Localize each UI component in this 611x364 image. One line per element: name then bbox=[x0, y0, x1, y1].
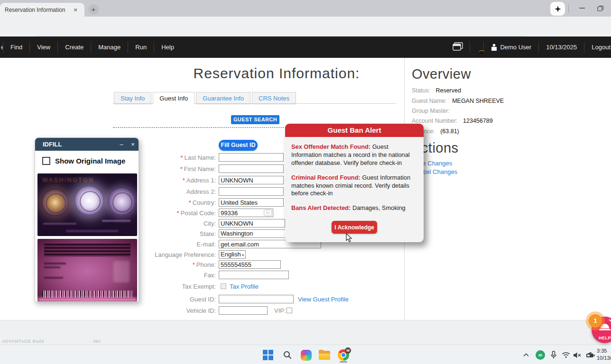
menu-item-manage[interactable]: Manage bbox=[91, 44, 128, 51]
guest-ban-alert-modal: Guest Ban Alert Sex Offender Match Found… bbox=[285, 124, 424, 242]
guest-id-input[interactable] bbox=[219, 295, 294, 303]
windows-stack-button[interactable] bbox=[453, 42, 463, 52]
tray-clock[interactable]: 3:35 10/13/2025 bbox=[597, 347, 611, 362]
last-name-label: Last Name: bbox=[185, 154, 216, 161]
required-marker: * bbox=[180, 154, 183, 161]
tab-stay-info[interactable]: Stay Info bbox=[114, 92, 151, 104]
address1-input[interactable] bbox=[219, 176, 284, 184]
last-name-input[interactable] bbox=[219, 153, 284, 162]
country-input[interactable] bbox=[219, 198, 284, 207]
wifi-icon bbox=[562, 352, 570, 358]
vip-label: VIP: bbox=[274, 307, 286, 314]
tab-close-icon[interactable]: × bbox=[71, 6, 80, 14]
fill-guest-id-button[interactable]: Fill Guest ID bbox=[219, 140, 258, 151]
required-marker: * bbox=[193, 261, 195, 268]
required-marker: * bbox=[189, 199, 191, 206]
uv-seal-center bbox=[74, 186, 104, 215]
start-button[interactable] bbox=[262, 349, 274, 361]
user-icon bbox=[491, 44, 497, 51]
logout-button[interactable]: Logout bbox=[584, 44, 611, 51]
address1-label: Address 1: bbox=[186, 177, 216, 184]
guest-name-label: Guest Name: bbox=[412, 98, 447, 104]
menu-item-run[interactable]: Run bbox=[128, 44, 154, 51]
mouse-cursor bbox=[346, 233, 352, 245]
phone-input[interactable] bbox=[219, 260, 281, 269]
tray-wifi-button[interactable] bbox=[560, 349, 572, 361]
chrome-taskbar-button[interactable]: M bbox=[337, 349, 350, 361]
address2-label: Address 2: bbox=[186, 188, 216, 195]
balance-value: (63.81) bbox=[440, 128, 459, 135]
menu-item-create[interactable]: Create bbox=[58, 44, 91, 51]
fax-input[interactable] bbox=[219, 271, 289, 279]
file-explorer-button[interactable] bbox=[318, 349, 331, 361]
view-guest-profile-link[interactable]: View Guest Profile bbox=[298, 296, 349, 303]
acknowledge-button[interactable]: I Acknowledge bbox=[332, 221, 377, 234]
chevron-down-icon: ▾ bbox=[242, 252, 244, 259]
divider bbox=[470, 42, 470, 53]
address2-input[interactable] bbox=[219, 187, 284, 196]
postal-code-label: Postal Code: bbox=[181, 209, 216, 217]
idfill-window: IDFILL – × Show Original Image WASHINGTO… bbox=[35, 137, 139, 302]
browser-sparkle-button[interactable] bbox=[550, 2, 565, 16]
id-scan-front-image: WASHINGTON bbox=[37, 173, 137, 236]
microphone-icon bbox=[550, 351, 557, 359]
window-minimize-button[interactable] bbox=[575, 0, 589, 16]
postal-refresh-icon[interactable]: ↻ bbox=[264, 209, 272, 216]
tray-chevron-button[interactable] bbox=[520, 349, 532, 361]
required-marker: * bbox=[183, 177, 185, 184]
tax-exempt-checkbox[interactable] bbox=[221, 283, 226, 289]
active-app-indicator bbox=[340, 361, 347, 363]
idfill-titlebar[interactable]: IDFILL – × bbox=[35, 138, 139, 151]
vehicle-id-input[interactable] bbox=[219, 306, 268, 315]
city-input[interactable] bbox=[219, 219, 285, 228]
tab-crs-notes[interactable]: CRS Notes bbox=[252, 92, 296, 104]
required-marker: * bbox=[177, 209, 179, 217]
window-restore-button[interactable] bbox=[593, 0, 607, 16]
idfill-minimize-button[interactable]: – bbox=[116, 141, 127, 148]
new-tab-button[interactable]: + bbox=[88, 4, 99, 15]
tray-volume-button[interactable] bbox=[571, 349, 583, 361]
menu-item-find[interactable]: Find bbox=[3, 44, 29, 51]
taskbar-search-button[interactable] bbox=[281, 349, 294, 361]
pen-battery-icon bbox=[586, 352, 595, 358]
tab-guest-info[interactable]: Guest Info bbox=[153, 92, 194, 104]
guest-search-button[interactable]: GUEST SEARCH bbox=[231, 115, 279, 124]
browser-tab[interactable]: Reservation Information × bbox=[0, 3, 84, 17]
tax-profile-link[interactable]: Tax Profile bbox=[230, 283, 259, 290]
folder-icon bbox=[319, 351, 330, 360]
page-footer-strip bbox=[0, 320, 611, 345]
idfill-close-button[interactable]: × bbox=[127, 141, 139, 148]
help-notification-badge[interactable]: 1 bbox=[589, 314, 602, 328]
tray-pen-battery-button[interactable] bbox=[584, 349, 597, 361]
status-label: Status: bbox=[412, 87, 430, 94]
chrome-icon: M bbox=[338, 349, 349, 361]
city-label: City: bbox=[204, 220, 216, 227]
business-date: 10/13/2025 bbox=[539, 44, 584, 51]
tray-microphone-button[interactable] bbox=[547, 349, 560, 361]
tax-exempt-label: Tax Exempt: bbox=[182, 283, 216, 290]
sex-offender-alert: Sex Offender Match Found: Guest Informat… bbox=[291, 143, 417, 167]
tray-date: 10/13/2025 bbox=[597, 355, 611, 362]
uv-seal-left bbox=[41, 189, 69, 216]
vip-checkbox[interactable] bbox=[287, 308, 292, 313]
language-select[interactable]: English ▾ bbox=[219, 250, 246, 259]
restore-icon bbox=[597, 5, 603, 11]
first-name-input[interactable] bbox=[219, 164, 284, 173]
show-original-image-checkbox[interactable] bbox=[42, 157, 50, 165]
build-text: ADVANTAGE Build bbox=[2, 338, 44, 344]
screen: Reservation Information × + → ↻ ☆ ID bbox=[0, 0, 611, 364]
email-label: E-mail: bbox=[197, 241, 216, 248]
chrome-profile-badge: M bbox=[345, 347, 351, 354]
menu-item-help[interactable]: Help bbox=[154, 44, 181, 51]
id-scan-state-text: WASHINGTON bbox=[42, 176, 94, 183]
minimize-icon bbox=[579, 5, 585, 11]
build-number: 494 bbox=[93, 338, 101, 344]
copilot-button[interactable] bbox=[300, 349, 312, 361]
user-menu[interactable]: Demo User bbox=[484, 44, 538, 51]
menu-item-view[interactable]: View bbox=[30, 44, 57, 51]
tab-guarantee-info[interactable]: Guarantee Info bbox=[196, 92, 250, 104]
id-barcode bbox=[42, 291, 132, 298]
show-original-image-label: Show Original Image bbox=[55, 157, 125, 165]
modal-body: Sex Offender Match Found: Guest Informat… bbox=[285, 137, 424, 242]
tray-id-app-button[interactable]: ID bbox=[534, 349, 546, 361]
